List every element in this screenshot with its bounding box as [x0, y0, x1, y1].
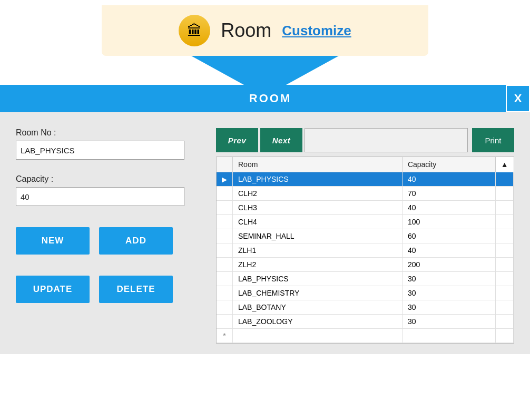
room-cell: LAB_CHEMISTRY: [233, 286, 403, 300]
table-header-row: Room Capacity ▲: [217, 157, 514, 172]
row-indicator: [217, 187, 233, 201]
row-indicator: [217, 201, 233, 215]
table-row[interactable]: ▶LAB_PHYSICS40: [217, 172, 514, 187]
print-button[interactable]: Print: [472, 128, 514, 152]
table-row[interactable]: LAB_ZOOLOGY30: [217, 315, 514, 329]
table-row[interactable]: LAB_BOTANY30: [217, 300, 514, 315]
customize-link[interactable]: Customize: [282, 23, 351, 39]
left-panel: Room No : Capacity : NEW ADD UPDATE DELE…: [16, 128, 216, 344]
body-area: Room No : Capacity : NEW ADD UPDATE DELE…: [0, 112, 530, 354]
capacity-cell: 40: [402, 201, 495, 215]
room-no-label: Room No :: [16, 128, 216, 138]
right-panel: Prev Next Print Room Capacity ▲: [216, 128, 514, 344]
primary-buttons-row: NEW ADD: [16, 227, 216, 255]
table-row[interactable]: LAB_PHYSICS30: [217, 272, 514, 286]
main-content: ROOM X Room No : Capacity : NEW ADD UPDA…: [0, 85, 530, 354]
row-indicator: [217, 300, 233, 315]
scroll-spacer: [495, 172, 513, 187]
data-table-wrapper[interactable]: Room Capacity ▲ ▶LAB_PHYSICS40CLH270CLH3…: [216, 157, 514, 344]
update-button[interactable]: UPDATE: [16, 276, 90, 303]
row-indicator: ▶: [217, 172, 233, 187]
room-no-group: Room No :: [16, 128, 216, 160]
row-indicator: [217, 243, 233, 258]
building-icon: 🏛: [179, 15, 210, 46]
room-header: ROOM X: [0, 85, 530, 112]
row-indicator: [217, 272, 233, 286]
secondary-buttons-row: UPDATE DELETE: [16, 276, 216, 303]
room-cell: CLH2: [233, 187, 403, 201]
room-cell: ZLH2: [233, 258, 403, 272]
scroll-spacer: [495, 187, 513, 201]
nav-search-input[interactable]: [305, 128, 468, 152]
scroll-spacer: [495, 272, 513, 286]
room-cell: LAB_ZOOLOGY: [233, 315, 403, 329]
row-indicator: [217, 258, 233, 272]
room-cell: LAB_BOTANY: [233, 300, 403, 315]
scroll-spacer: [495, 300, 513, 315]
prev-button[interactable]: Prev: [216, 128, 258, 152]
room-cell: SEMINAR_HALL: [233, 229, 403, 243]
close-button[interactable]: X: [506, 85, 530, 112]
capacity-cell: 40: [402, 172, 495, 187]
row-indicator: [217, 229, 233, 243]
table-row[interactable]: ZLH140: [217, 243, 514, 258]
table-body: ▶LAB_PHYSICS40CLH270CLH340CLH4100SEMINAR…: [217, 172, 514, 343]
new-row-indicator: *: [217, 329, 233, 343]
scroll-spacer: [495, 215, 513, 229]
scroll-spacer: [495, 201, 513, 215]
table-row[interactable]: ZLH2200: [217, 258, 514, 272]
scroll-spacer: [495, 286, 513, 300]
capacity-cell: 70: [402, 187, 495, 201]
room-cell: CLH3: [233, 201, 403, 215]
funnel-shape: [0, 56, 530, 85]
capacity-cell: 200: [402, 258, 495, 272]
row-indicator: [217, 315, 233, 329]
svg-marker-0: [191, 56, 339, 85]
delete-button[interactable]: DELETE: [99, 276, 173, 303]
capacity-cell: 60: [402, 229, 495, 243]
table-row[interactable]: CLH340: [217, 201, 514, 215]
banner-title: Room: [221, 19, 271, 42]
capacity-label: Capacity :: [16, 174, 216, 184]
table-row[interactable]: LAB_CHEMISTRY30: [217, 286, 514, 300]
room-cell: ZLH1: [233, 243, 403, 258]
room-header-title: ROOM: [35, 92, 506, 105]
capacity-cell: 100: [402, 215, 495, 229]
new-button[interactable]: NEW: [16, 227, 90, 255]
row-indicator: [217, 215, 233, 229]
capacity-cell: 30: [402, 286, 495, 300]
scroll-spacer: [495, 258, 513, 272]
new-row: *: [217, 329, 514, 343]
table-row[interactable]: CLH4100: [217, 215, 514, 229]
scroll-col: ▲: [495, 157, 513, 172]
capacity-input[interactable]: [16, 187, 184, 206]
table-row[interactable]: CLH270: [217, 187, 514, 201]
nav-row: Prev Next Print: [216, 128, 514, 152]
capacity-cell: 40: [402, 243, 495, 258]
capacity-col-header: Capacity: [402, 157, 495, 172]
scroll-spacer: [495, 243, 513, 258]
capacity-cell: 30: [402, 272, 495, 286]
capacity-cell: 30: [402, 315, 495, 329]
data-table: Room Capacity ▲ ▶LAB_PHYSICS40CLH270CLH3…: [217, 157, 514, 343]
capacity-group: Capacity :: [16, 174, 216, 206]
top-banner: 🏛 Room Customize: [102, 5, 428, 56]
room-cell: CLH4: [233, 215, 403, 229]
scroll-spacer: [495, 229, 513, 243]
room-col-header: Room: [233, 157, 403, 172]
row-indicator: [217, 286, 233, 300]
next-button[interactable]: Next: [260, 128, 302, 152]
room-cell: LAB_PHYSICS: [233, 172, 403, 187]
table-row[interactable]: SEMINAR_HALL60: [217, 229, 514, 243]
indicator-col-header: [217, 157, 233, 172]
room-no-input[interactable]: [16, 141, 184, 160]
add-button[interactable]: ADD: [99, 227, 173, 255]
room-cell: LAB_PHYSICS: [233, 272, 403, 286]
capacity-cell: 30: [402, 300, 495, 315]
scroll-spacer: [495, 315, 513, 329]
